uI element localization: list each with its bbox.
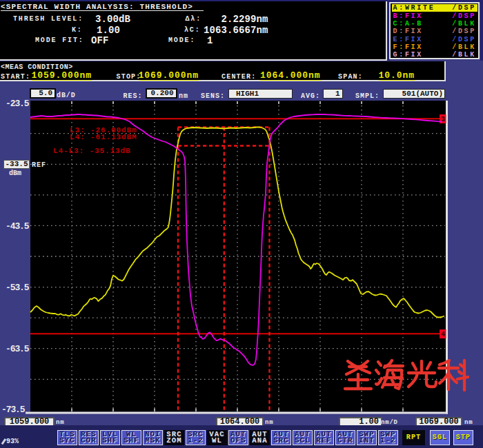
- svg-text:4: 4: [441, 331, 445, 338]
- svg-text:REF: REF: [32, 161, 46, 169]
- svg-text:3: 3: [441, 116, 445, 123]
- svg-text:L4-L3: -35.13dB: L4-L3: -35.13dB: [53, 147, 131, 155]
- svg-text:L4: -61.13dBM: L4: -61.13dBM: [70, 133, 137, 141]
